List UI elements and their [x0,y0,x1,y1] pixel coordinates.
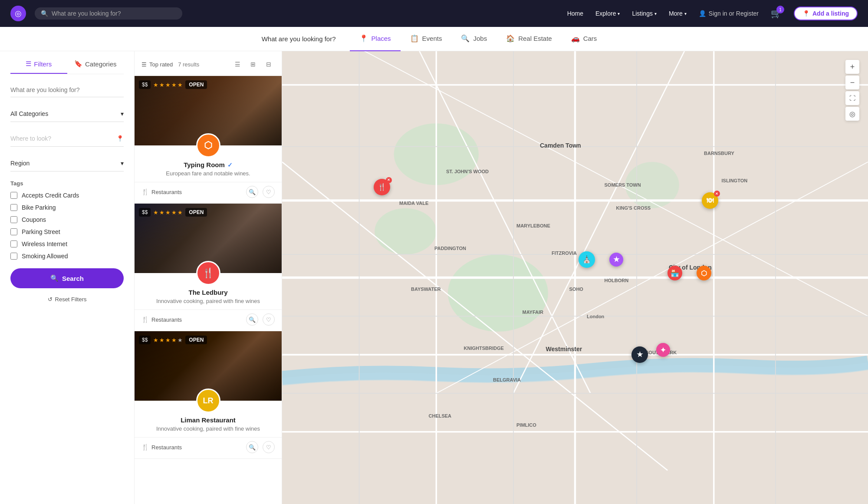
sub-nav: What are you looking for? 📍 Places 📋 Eve… [0,27,868,51]
filter-icon: ☰ [26,60,31,68]
listing-actions: 🔍 ♡ [246,186,275,198]
map-label-fitzrovia: FITZROVIA [552,250,577,256]
parking-street-checkbox[interactable] [10,228,17,235]
map-label-soho: SOHO [569,287,583,292]
tags-section: Tags Accepts Credit Cards Bike Parking C… [10,180,124,260]
search-listing-button[interactable]: 🔍 [246,186,258,198]
listing-image: $$ ★ ★ ★ ★ ★ OPEN 🍴 [135,204,282,273]
nav-explore[interactable]: Explore ▾ [595,10,620,17]
sidebar-tab-filters[interactable]: ☰ Filters [10,60,67,74]
map-marker-2[interactable]: 🍽 ✕ [702,192,718,209]
wireless-label: Wireless Internet [22,240,67,247]
listing-category: 🍴 Restaurants [141,316,182,323]
zoom-out-button[interactable]: − [845,76,859,89]
listing-panel: ☰ Top rated 7 results ☰ ⊞ ⊟ $$ ★ ★ ★ [135,51,282,504]
user-icon: 👤 [699,10,706,17]
search-button[interactable]: 🔍 Search [10,268,124,288]
sort-icon: ☰ [141,61,147,68]
listing-header: ☰ Top rated 7 results ☰ ⊞ ⊟ [135,51,282,76]
sign-in-button[interactable]: 👤 Sign in or Register [699,10,759,17]
accepts-credit-checkbox[interactable] [10,192,17,199]
listing-name: Typing Room ✓ [141,161,275,168]
listing-logo: ⬡ [196,133,220,158]
map-label-somers: SOMERS TOWN [605,182,641,188]
events-icon: 📋 [410,34,419,43]
reset-icon: ↺ [48,296,53,303]
bike-parking-checkbox[interactable] [10,204,17,211]
results-count: 7 results [178,61,199,68]
smoking-checkbox[interactable] [10,253,17,260]
nav-home[interactable]: Home [567,10,583,17]
nav-listings[interactable]: Listings ▾ [632,10,656,17]
tab-events[interactable]: 📋 Events [401,27,452,51]
tab-places[interactable]: 📍 Places [350,27,401,51]
listing-name: The Ledbury [141,289,275,296]
region-select[interactable]: Region ▾ [10,155,124,171]
nav-more[interactable]: More ▾ [669,10,687,17]
listing-card-typing-room: $$ ★ ★ ★ ★ ★ OPEN ⬡ Typing Room [135,76,282,204]
favorite-button[interactable]: ♡ [263,313,275,326]
parking-street-label: Parking Street [22,228,60,235]
list-view-button[interactable]: ☰ [231,58,243,70]
tab-realestate[interactable]: 🏠 Real Estate [496,27,562,51]
listing-category: 🍴 Restaurants [141,188,182,195]
smoking-label: Smoking Allowed [22,253,68,260]
search-listing-button[interactable]: 🔍 [246,441,258,453]
places-icon: 📍 [359,34,368,43]
chevron-down-icon: ▾ [121,160,124,167]
stars-badge: ★ ★ ★ ★ ★ [153,82,183,88]
compact-view-button[interactable]: ⊟ [263,58,275,70]
logo-icon: ◎ [15,9,22,18]
locate-button[interactable]: ◎ [845,107,859,121]
cars-icon: 🚗 [571,34,580,43]
reset-filters-button[interactable]: ↺ Reset Filters [10,292,124,307]
cart-button[interactable]: 🛒 1 [771,8,782,19]
checkbox-wireless: Wireless Internet [10,240,124,247]
map-label-camden: Camden Town [540,142,581,149]
favorite-button[interactable]: ♡ [263,186,275,198]
map-label-islington: ISLINGTON [722,178,748,183]
map-controls: + − ⛶ ◎ [845,60,859,121]
nav-search-placeholder: What are you looking for? [52,10,121,17]
nav-links: Home Explore ▾ Listings ▾ More ▾ 👤 Sign … [567,7,858,20]
map-marker-8[interactable]: ✦ [656,343,670,357]
fork-knife-icon: 🍴 [141,188,149,195]
grid-view-button[interactable]: ⊞ [247,58,259,70]
map-marker-6[interactable]: ⬡ [697,266,711,280]
sort-button[interactable]: ☰ Top rated [141,61,173,68]
checkbox-bike-parking: Bike Parking [10,204,124,211]
search-input[interactable] [10,83,124,97]
sidebar-tab-categories[interactable]: 🔖 Categories [67,60,124,74]
bookmark-icon: 🔖 [74,60,82,68]
listing-logo: LR [196,389,220,413]
map-marker-1[interactable]: 🍴 ✕ [374,179,390,195]
map-marker-4[interactable]: ★ [609,253,623,267]
map-marker-3[interactable]: ⛪ [579,251,595,268]
tab-cars[interactable]: 🚗 Cars [562,27,607,51]
price-badge: $$ [139,336,151,344]
map-marker-7[interactable]: ★ [631,346,648,363]
listing-actions: 🔍 ♡ [246,313,275,326]
stars-badge: ★ ★ ★ ★ ★ [153,209,183,216]
price-badge: $$ [139,208,151,217]
wireless-checkbox[interactable] [10,240,17,247]
coupons-checkbox[interactable] [10,216,17,223]
add-listing-button[interactable]: 📍 Add a listing [794,7,858,20]
location-input-row[interactable]: Where to look? 📍 [10,131,124,147]
fullscreen-button[interactable]: ⛶ [845,91,859,105]
chevron-down-icon: ▾ [654,11,657,16]
listing-name: Liman Restaurant [141,416,275,424]
map-marker-5[interactable]: 🏪 [667,266,682,280]
categories-select[interactable]: All Categories ▾ [10,106,124,122]
checkbox-accepts-credit: Accepts Credit Cards [10,192,124,199]
tab-jobs[interactable]: 🔍 Jobs [451,27,496,51]
realestate-icon: 🏠 [506,34,515,43]
nav-search-bar[interactable]: 🔍 What are you looking for? [35,7,182,20]
search-listing-button[interactable]: 🔍 [246,313,258,326]
zoom-in-button[interactable]: + [845,60,859,74]
favorite-button[interactable]: ♡ [263,441,275,453]
map-panel[interactable]: Camden Town London Westminster City of L… [282,51,868,504]
logo[interactable]: ◎ [10,6,26,21]
listing-logo: 🍴 [196,261,220,285]
checkbox-smoking: Smoking Allowed [10,253,124,260]
